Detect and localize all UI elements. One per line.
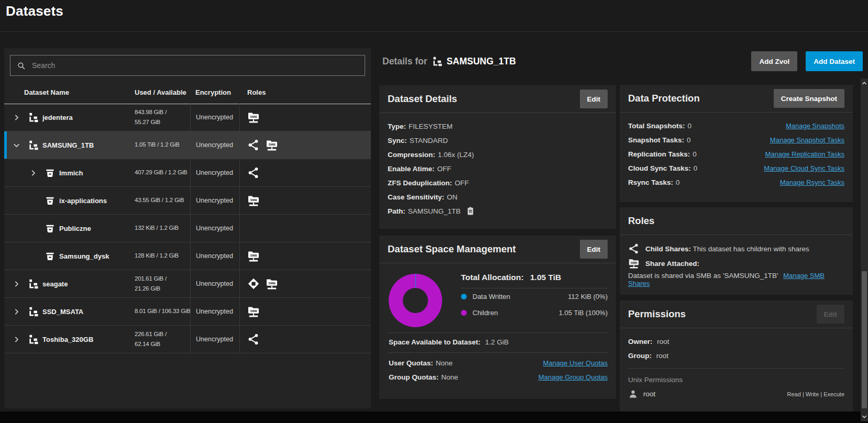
table-row[interactable]: ix-applications 43.55 GiB / 1.2 GiB Unen… xyxy=(4,187,371,215)
share-attached-row: Share Attached: xyxy=(628,256,844,271)
scroll-up-icon[interactable] xyxy=(861,79,868,87)
dataset-name: SAMSUNG_1TB xyxy=(42,141,94,149)
encryption-cell: Unencrypted xyxy=(190,298,240,325)
chevron-right-icon[interactable] xyxy=(13,308,24,316)
table-row[interactable]: SSD_MSATA 8.01 GiB / 106.33 GiB Unencryp… xyxy=(4,298,371,326)
dataset-details-edit-button[interactable]: Edit xyxy=(580,90,608,108)
permissions-title: Permissions xyxy=(628,308,686,320)
dataset-name: SSD_MSATA xyxy=(42,308,83,316)
chevron-right-icon[interactable] xyxy=(13,280,24,288)
dataset-child-icon xyxy=(45,196,55,206)
field-label: Enable Atime: xyxy=(388,165,435,173)
add-zvol-button[interactable]: Add Zvol xyxy=(751,51,797,71)
quota-manage-link[interactable]: Manage Group Quotas xyxy=(539,370,608,384)
dataset-root-icon xyxy=(28,113,38,123)
add-dataset-button[interactable]: Add Dataset xyxy=(806,51,863,71)
table-row[interactable]: Publiczne 132 KiB / 1.2 GiB Unencrypted xyxy=(4,215,371,242)
details-prefix: Details for xyxy=(382,56,427,67)
quota-row: User Quotas:NoneManage User Quotas xyxy=(379,356,616,370)
protection-manage-link[interactable]: Manage Snapshots xyxy=(786,119,844,133)
table-row[interactable]: Immich 407.29 GiB / 1.2 GiB Unencrypted xyxy=(4,159,371,187)
group-row: Group: root xyxy=(628,349,844,363)
field-value: 1.06x (LZ4) xyxy=(438,151,474,159)
create-snapshot-button[interactable]: Create Snapshot xyxy=(774,89,844,108)
quota-label: User Quotas: xyxy=(389,356,433,370)
chevron-right-icon[interactable] xyxy=(13,336,24,343)
roles-cell xyxy=(240,277,371,290)
permissions-edit-button[interactable]: Edit xyxy=(817,305,845,324)
details-scrollbar[interactable] xyxy=(861,79,868,421)
dataset-name-cell: jedentera xyxy=(4,113,133,123)
protection-manage-link[interactable]: Manage Replication Tasks xyxy=(765,147,844,161)
protection-manage-link[interactable]: Manage Cloud Sync Tasks xyxy=(764,161,844,175)
detail-field: Path:SAMSUNG_1TB xyxy=(388,204,608,218)
dataset-name-cell: seagate xyxy=(4,279,133,289)
quota-rows: User Quotas:NoneManage User QuotasGroup … xyxy=(379,353,616,384)
total-allocation: Total Allocation: 1.05 TiB xyxy=(461,271,608,288)
search-input[interactable] xyxy=(31,61,358,70)
table-row[interactable]: Toshiba_320GB 226.61 GiB /62.14 GiB Unen… xyxy=(4,326,371,353)
child-shares-text: This dataset has children with shares xyxy=(693,245,809,253)
chevron-right-icon[interactable] xyxy=(13,114,24,121)
chevron-down-icon[interactable] xyxy=(13,141,24,149)
space-available-value: 1.2 GiB xyxy=(485,338,509,346)
table-row[interactable]: seagate 201.61 GiB /21.26 GiB Unencrypte… xyxy=(4,270,371,298)
roles-cell xyxy=(240,250,371,262)
roles-cell xyxy=(240,166,371,179)
detail-field: Sync:STANDARD xyxy=(388,133,608,148)
scroll-down-icon[interactable] xyxy=(861,413,868,421)
smb-share-icon xyxy=(628,258,640,269)
data-protection-row: Snapshot Tasks:0Manage Snapshot Tasks xyxy=(628,133,844,147)
field-value: OFF xyxy=(437,165,452,173)
dataset-name-cell: Immich xyxy=(4,168,133,178)
chevron-right-icon[interactable] xyxy=(29,169,41,177)
permissions-card: Permissions Edit Owner: root Group: root… xyxy=(620,300,853,423)
copy-icon[interactable] xyxy=(466,206,475,216)
table-header-row: Dataset Name Used / Available Encryption… xyxy=(4,81,371,104)
owner-label: Owner: xyxy=(628,338,653,346)
dataset-details-fields: Type:FILESYSTEMSync:STANDARDCompression:… xyxy=(379,113,616,225)
unix-permissions-row: root Read | Write | Execute xyxy=(628,389,844,399)
dataset-name: Toshiba_320GB xyxy=(42,336,93,343)
roles-cell xyxy=(240,305,371,318)
encryption-cell: Unencrypted xyxy=(190,270,240,297)
table-row[interactable]: SAMSUNG_1TB 1.05 TiB / 1.2 GiB Unencrypt… xyxy=(4,131,371,159)
quota-row: Group Quotas:NoneManage Group Quotas xyxy=(379,370,616,384)
unix-perms-value: Read | Write | Execute xyxy=(787,391,844,397)
encryption-cell: Unencrypted xyxy=(190,159,240,186)
table-row[interactable]: Samsung_dysk 128 KiB / 1.2 GiB Unencrypt… xyxy=(4,242,371,270)
scrollbar-thumb[interactable] xyxy=(862,271,867,408)
dataset-name-cell: Toshiba_320GB xyxy=(4,335,133,344)
protection-label: Rsync Tasks: xyxy=(628,175,673,190)
column-header-used-available: Used / Available xyxy=(133,88,190,96)
protection-manage-link[interactable]: Manage Snapshot Tasks xyxy=(770,133,844,147)
allocation-legend: Data Written112 KiB (0%)Children1.05 TiB… xyxy=(461,288,608,321)
space-management-card: Dataset Space Management Edit Total Allo… xyxy=(379,236,616,399)
group-label: Group: xyxy=(628,352,652,360)
unix-permissions-label: Unix Permissions xyxy=(628,374,844,389)
field-label: Case Sensitivity: xyxy=(388,193,444,201)
dataset-name: jedentera xyxy=(42,114,73,121)
search-box[interactable] xyxy=(10,55,365,76)
dataset-root-icon xyxy=(432,57,442,66)
quota-manage-link[interactable]: Manage User Quotas xyxy=(543,356,608,370)
protection-label: Replication Tasks: xyxy=(628,147,690,161)
protection-value: 0 xyxy=(693,147,697,161)
protection-value: 0 xyxy=(694,161,698,175)
protection-manage-link[interactable]: Manage Rsync Tasks xyxy=(780,175,844,190)
field-value: OFF xyxy=(455,179,469,187)
quota-value: None xyxy=(436,356,453,370)
smb-share-icon xyxy=(247,250,260,262)
data-protection-title: Data Protection xyxy=(628,93,700,104)
owner-value: root xyxy=(657,338,669,346)
protection-label: Cloud Sync Tasks: xyxy=(628,161,691,175)
dataset-child-icon xyxy=(45,224,55,233)
table-row[interactable]: jedentera 843.98 GiB /55.27 GiB Unencryp… xyxy=(4,104,371,131)
dataset-details-card: Dataset Details Edit Type:FILESYSTEMSync… xyxy=(379,85,616,229)
apps-icon xyxy=(247,277,260,290)
used-available-cell: 201.61 GiB /21.26 GiB xyxy=(133,274,190,294)
header-divider xyxy=(0,31,868,32)
space-management-edit-button[interactable]: Edit xyxy=(580,240,608,259)
dataset-name: seagate xyxy=(42,280,68,288)
dataset-root-icon xyxy=(28,307,38,317)
